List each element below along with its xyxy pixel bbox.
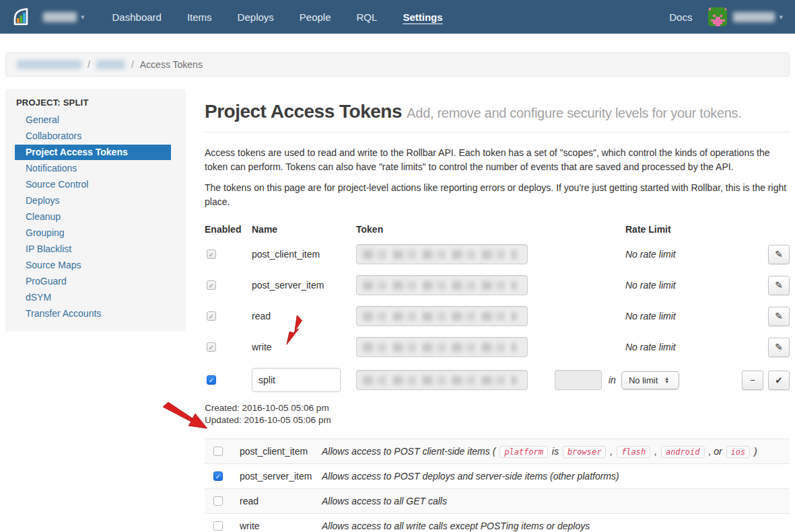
rollbar-logo[interactable]: [12, 7, 32, 27]
scope-row-post-client-item: post_client_itemAllows access to POST cl…: [205, 439, 790, 463]
rate-limit-value: No rate limit: [625, 342, 676, 352]
token-value-blurred: [363, 312, 516, 321]
sidebar-item-deploys[interactable]: Deploys: [5, 193, 186, 208]
token-row-post-client-item: ✓post_client_itemNo rate limit✎: [205, 244, 790, 264]
token-cell: [356, 275, 555, 295]
token-row-read: ✓readNo rate limit✎: [205, 306, 790, 326]
sidebar-item-general[interactable]: General: [5, 112, 186, 128]
rate-limit-window-select[interactable]: No limit▲▼: [621, 371, 679, 389]
sidebar-item-source-maps[interactable]: Source Maps: [5, 258, 186, 273]
nav-item-people[interactable]: People: [300, 11, 331, 23]
scope-name-label: post_server_item: [240, 471, 322, 482]
project-name-blurred: [43, 12, 77, 22]
project-switcher[interactable]: ▾: [43, 12, 85, 22]
nav-item-items[interactable]: Items: [187, 11, 212, 23]
rate-limit-cell: No rate limit: [555, 342, 728, 352]
check-icon: ✔: [775, 375, 783, 385]
scope-checkbox-read[interactable]: [213, 496, 223, 506]
breadcrumb-account-blurred[interactable]: [17, 60, 81, 69]
breadcrumb-project-blurred[interactable]: [96, 60, 125, 69]
intro-paragraph-2: The tokens on this page are for project-…: [205, 181, 790, 209]
token-value-field[interactable]: [356, 244, 528, 264]
sidebar-item-source-control[interactable]: Source Control: [5, 177, 186, 192]
scope-row-write: writeAllows access to all write calls ex…: [205, 513, 790, 532]
column-header-name: Name: [252, 224, 356, 235]
rate-limit-cell: No rate limit: [555, 280, 728, 291]
chevron-down-icon: ▾: [779, 13, 783, 22]
scope-code-chip: android: [661, 446, 705, 458]
scope-name-label: post_client_item: [240, 446, 322, 457]
scope-checkbox-post-server-item[interactable]: ✓: [213, 471, 223, 481]
edit-token-button[interactable]: ✎: [768, 245, 790, 264]
nav-items: DashboardItemsDeploysPeopleRQLSettings: [100, 11, 456, 23]
edit-token-button[interactable]: ✎: [768, 276, 790, 295]
scope-checkbox-write[interactable]: [213, 521, 223, 531]
enabled-checkbox-post-server-item[interactable]: ✓: [207, 280, 216, 290]
sidebar-item-ip-blacklist[interactable]: IP Blacklist: [5, 241, 186, 257]
rate-limit-editor: inNo limit▲▼: [555, 370, 728, 390]
sidebar-item-collaborators[interactable]: Collaborators: [5, 128, 186, 144]
rate-limit-value: No rate limit: [625, 280, 676, 291]
title-divider: [205, 132, 790, 132]
sidebar-item-transfer-accounts[interactable]: Transfer Accounts: [5, 306, 186, 321]
nav-item-dashboard[interactable]: Dashboard: [112, 11, 162, 23]
nav-item-docs[interactable]: Docs: [669, 11, 692, 23]
user-menu[interactable]: ▾: [733, 12, 783, 22]
token-value-field[interactable]: [356, 337, 528, 357]
token-actions-cell: ✎: [728, 245, 790, 264]
sidebar-item-grouping[interactable]: Grouping: [5, 225, 186, 241]
enabled-checkbox-read[interactable]: ✓: [207, 311, 216, 321]
breadcrumb-separator: /: [131, 59, 134, 70]
breadcrumb-separator: /: [88, 59, 90, 70]
created-timestamp: Created: 2016-10-05 05:06 pm: [205, 403, 790, 413]
token-value-field[interactable]: [356, 275, 528, 295]
token-value-field[interactable]: [356, 370, 528, 390]
page: ▾ DashboardItemsDeploysPeopleRQLSettings…: [0, 0, 795, 532]
scope-checkbox-post-client-item[interactable]: [213, 447, 223, 456]
sidebar-item-dsym[interactable]: dSYM: [5, 290, 186, 305]
nav-item-settings[interactable]: Settings: [403, 11, 442, 23]
page-title: Project Access Tokens Add, remove and co…: [205, 101, 790, 122]
token-cell: [356, 370, 555, 390]
scope-name-label: write: [240, 521, 322, 531]
token-cell: [356, 244, 555, 264]
sidebar-item-cleanup[interactable]: Cleanup: [5, 209, 186, 225]
edit-token-button[interactable]: ✎: [768, 307, 790, 326]
enabled-checkbox-write[interactable]: ✓: [207, 342, 216, 352]
rate-limit-conjunction: in: [609, 375, 616, 385]
scope-description: Allows access to POST deploys and server…: [322, 471, 786, 482]
rate-limit-count-input[interactable]: [555, 370, 602, 390]
name-cell: post_client_item: [252, 249, 356, 260]
nav-item-deploys[interactable]: Deploys: [238, 11, 274, 23]
token-cell: [356, 337, 555, 357]
nav-right: Docs ▾: [669, 7, 783, 26]
token-name-input[interactable]: [252, 368, 341, 392]
sidebar-item-notifications[interactable]: Notifications: [5, 161, 186, 176]
sidebar-item-proguard[interactable]: ProGuard: [5, 274, 186, 289]
token-name-label: read: [252, 311, 271, 321]
page-title-text: Project Access Tokens: [205, 101, 402, 122]
edit-token-button[interactable]: ✎: [768, 338, 790, 357]
enabled-checkbox-split[interactable]: ✓: [207, 375, 216, 385]
column-header-token: Token: [356, 224, 555, 235]
token-row-post-server-item: ✓post_server_itemNo rate limit✎: [205, 275, 790, 295]
confirm-token-button[interactable]: ✔: [768, 371, 790, 390]
nav-item-rql[interactable]: RQL: [357, 11, 378, 23]
rollbar-logo-icon: [12, 7, 32, 27]
scope-checkbox-cell: [211, 447, 240, 456]
main-content: Project Access Tokens Add, remove and co…: [205, 89, 790, 532]
avatar[interactable]: [708, 7, 727, 26]
name-cell: post_server_item: [252, 280, 356, 291]
intro-paragraph-1: Access tokens are used to read and write…: [205, 146, 790, 174]
token-cell: [356, 306, 555, 326]
token-value-field[interactable]: [356, 306, 528, 326]
token-actions-cell: ✎: [728, 338, 790, 357]
sidebar-item-project-access-tokens[interactable]: Project Access Tokens: [15, 145, 171, 160]
enabled-checkbox-post-client-item[interactable]: ✓: [207, 250, 216, 259]
scope-code-chip: platform: [499, 446, 548, 458]
remove-token-button[interactable]: −: [742, 371, 763, 390]
page-subtitle: Add, remove and configure security level…: [407, 106, 741, 120]
rate-limit-cell: No rate limit: [555, 249, 728, 260]
scope-row-read: readAllows access to all GET calls: [205, 488, 790, 513]
token-actions-cell: ✎: [728, 276, 790, 295]
